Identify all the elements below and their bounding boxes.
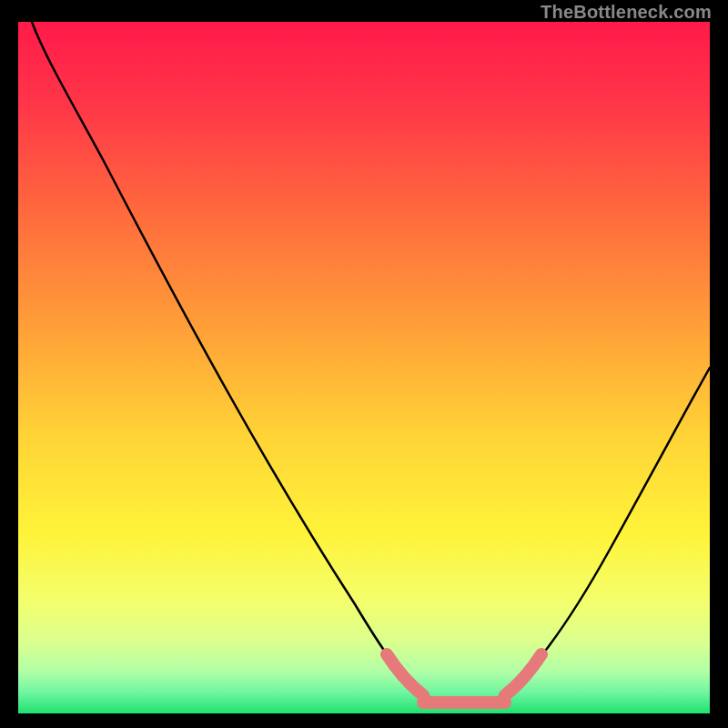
optimal-overlay-left xyxy=(387,654,423,695)
chart-container: TheBottleneck.com xyxy=(0,0,728,728)
watermark-text: TheBottleneck.com xyxy=(541,2,712,23)
chart-svg xyxy=(18,22,710,713)
plot-area xyxy=(18,22,710,713)
bottleneck-curve xyxy=(32,22,710,706)
optimal-overlay-right xyxy=(505,654,541,695)
